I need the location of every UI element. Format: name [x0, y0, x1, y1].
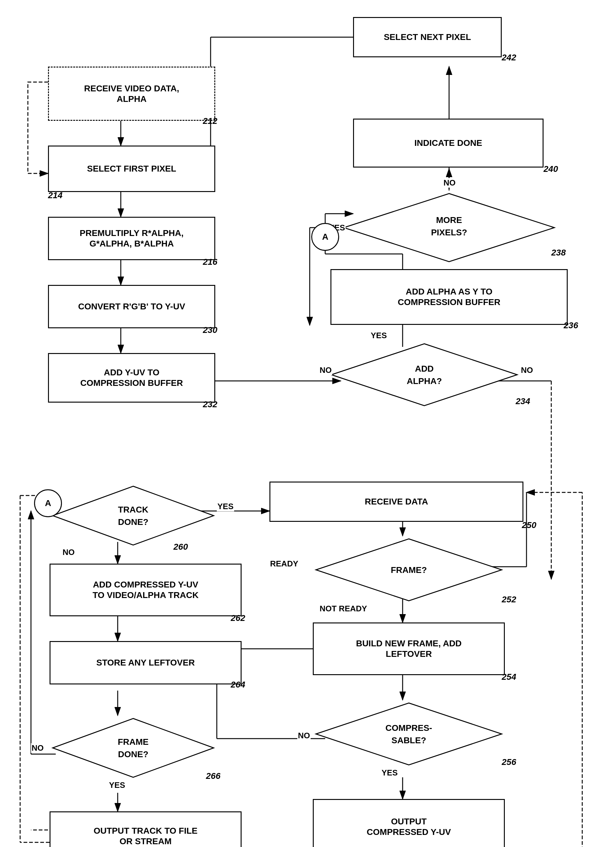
add-alpha-y-box: ADD ALPHA AS Y TOCOMPRESSION BUFFER	[331, 269, 568, 325]
svg-text:PIXELS?: PIXELS?	[431, 227, 467, 237]
svg-marker-50	[331, 344, 517, 406]
svg-text:MORE: MORE	[436, 215, 462, 225]
indicate-done-box: INDICATE DONE	[353, 119, 544, 168]
frame-done-diamond: FRAME DONE?	[50, 716, 217, 781]
add-yuv-box: ADD Y-UV TOCOMPRESSION BUFFER	[48, 353, 215, 403]
label-yes-alpha: YES	[370, 331, 387, 340]
label-no-compress: NO	[297, 731, 311, 741]
receive-data-box: RECEIVE DATA	[269, 481, 523, 522]
num-232: 232	[203, 400, 217, 409]
track-done-diamond: TRACK DONE?	[50, 483, 217, 548]
label-no-alpha-left: NO	[319, 366, 332, 375]
receive-video-box: RECEIVE VIDEO DATA,ALPHA	[48, 66, 215, 121]
num-216: 216	[203, 257, 217, 267]
num-236: 236	[564, 320, 578, 331]
svg-text:SABLE?: SABLE?	[391, 735, 426, 745]
svg-text:FRAME?: FRAME?	[391, 565, 427, 575]
frame-diamond: FRAME?	[313, 536, 505, 604]
svg-text:TRACK: TRACK	[118, 505, 148, 514]
num-240: 240	[544, 164, 558, 174]
convert-box: CONVERT R'G'B' TO Y-UV	[48, 285, 215, 328]
num-234: 234	[516, 396, 530, 406]
svg-text:DONE?: DONE?	[118, 750, 148, 759]
label-yes-track: YES	[217, 502, 234, 511]
store-leftover-box: STORE ANY LEFTOVER	[50, 641, 242, 685]
add-alpha-diamond: ADD ALPHA?	[328, 341, 520, 409]
label-no-frame-done: NO	[31, 743, 44, 753]
label-no-alpha-right: NO	[520, 366, 533, 375]
flowchart: SELECT NEXT PIXEL 242 RECEIVE VIDEO DATA…	[0, 0, 616, 847]
circle-a-bottom: A	[34, 489, 62, 517]
num-262: 262	[231, 613, 245, 623]
num-214: 214	[48, 190, 62, 201]
svg-marker-61	[316, 703, 502, 765]
label-yes-compress: YES	[381, 768, 398, 778]
label-not-ready: NOT READY	[319, 604, 368, 614]
select-next-pixel-box: SELECT NEXT PIXEL	[353, 17, 502, 57]
select-first-pixel-box: SELECT FIRST PIXEL	[48, 146, 215, 192]
circle-a-top: A	[311, 223, 339, 251]
num-252: 252	[502, 595, 516, 605]
more-pixels-diamond: MORE PIXELS?	[341, 190, 557, 265]
num-238: 238	[551, 248, 566, 258]
label-no-track: NO	[62, 547, 75, 557]
num-250: 250	[522, 520, 536, 530]
svg-text:DONE?: DONE?	[118, 517, 148, 527]
compressable-diamond: COMPRES- SABLE?	[313, 700, 505, 768]
label-no-more: NO	[443, 178, 456, 188]
svg-text:ALPHA?: ALPHA?	[407, 376, 442, 386]
num-212: 212	[203, 116, 217, 126]
num-264: 264	[231, 680, 245, 690]
label-ready: READY	[269, 559, 299, 569]
build-frame-box: BUILD NEW FRAME, ADDLEFTOVER	[313, 623, 505, 675]
num-242: 242	[502, 53, 516, 63]
num-254: 254	[502, 672, 516, 682]
svg-text:COMPRES-: COMPRES-	[386, 723, 432, 733]
num-230: 230	[203, 325, 217, 335]
svg-marker-58	[53, 719, 214, 777]
label-yes-frame-done: YES	[108, 781, 126, 790]
premultiply-box: PREMULTIPLY R*ALPHA,G*ALPHA, B*ALPHA	[48, 217, 215, 260]
svg-marker-53	[53, 486, 214, 545]
output-compressed-box: OUTPUTCOMPRESSED Y-UV	[313, 799, 505, 847]
num-256: 256	[502, 757, 516, 767]
add-compressed-box: ADD COMPRESSED Y-UVTO VIDEO/ALPHA TRACK	[50, 564, 242, 616]
svg-text:ADD: ADD	[415, 364, 434, 373]
output-track-box: OUTPUT TRACK TO FILEOR STREAM	[50, 812, 242, 847]
num-266: 266	[206, 771, 220, 781]
num-260: 260	[173, 542, 188, 552]
svg-text:FRAME: FRAME	[118, 737, 149, 747]
